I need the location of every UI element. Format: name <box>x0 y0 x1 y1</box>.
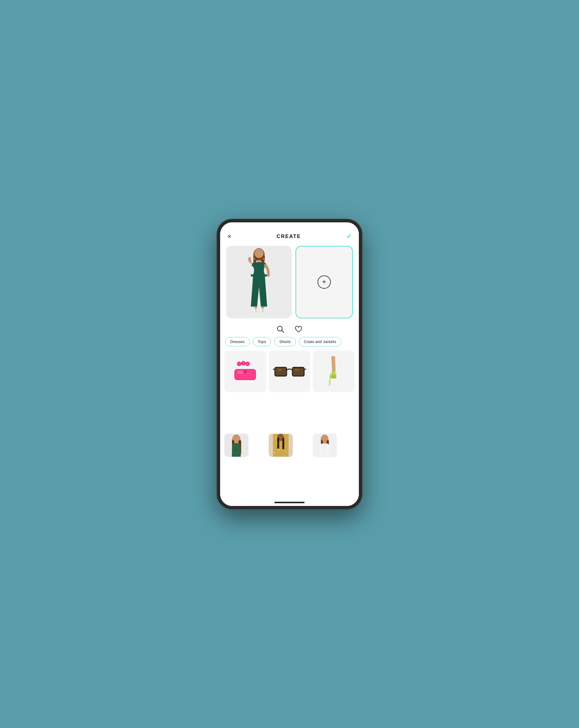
model-illustration <box>226 246 292 318</box>
header: × CREATE ✓ <box>220 228 359 243</box>
svg-point-33 <box>243 363 244 364</box>
svg-point-64 <box>285 450 286 452</box>
product-cell-outfit1[interactable] <box>224 433 248 458</box>
action-icons-row <box>220 322 359 337</box>
page-title: CREATE <box>277 234 301 239</box>
svg-point-19 <box>254 258 255 259</box>
svg-rect-17 <box>261 307 264 308</box>
svg-point-21 <box>277 326 282 331</box>
svg-point-25 <box>237 371 244 374</box>
filter-pill-tops[interactable]: Tops <box>253 337 271 346</box>
image-cards-row: + <box>220 243 359 322</box>
svg-point-32 <box>239 363 240 364</box>
svg-rect-68 <box>282 438 284 449</box>
plus-icon: + <box>322 278 326 285</box>
svg-rect-67 <box>277 438 279 449</box>
svg-point-41 <box>295 369 299 371</box>
product-cell-heel[interactable] <box>313 350 355 392</box>
svg-point-34 <box>247 363 248 364</box>
filter-pill-shorts[interactable]: Shorts <box>274 337 296 346</box>
home-indicator <box>220 499 359 506</box>
main-image-card <box>226 246 292 318</box>
outfit2-illustration <box>269 433 293 458</box>
green-heel-illustration <box>320 356 348 387</box>
svg-rect-39 <box>293 368 304 375</box>
product-cell-outfit3[interactable] <box>313 433 337 458</box>
status-bar <box>220 223 359 228</box>
svg-point-73 <box>322 435 328 442</box>
svg-line-22 <box>282 330 284 333</box>
favorites-icon[interactable] <box>294 325 303 333</box>
outfit3-illustration <box>313 433 337 458</box>
product-cell-clutch[interactable] <box>224 350 266 392</box>
sunglasses-illustration <box>273 361 306 382</box>
outfit1-illustration <box>224 433 248 458</box>
svg-point-58 <box>275 438 276 439</box>
search-icon[interactable] <box>276 325 285 333</box>
svg-rect-35 <box>244 370 247 373</box>
svg-point-55 <box>232 435 240 442</box>
svg-point-65 <box>274 452 275 453</box>
svg-point-63 <box>278 449 279 450</box>
clutch-bag-illustration <box>230 361 260 382</box>
product-cell-sunglasses[interactable] <box>269 350 311 392</box>
add-icon: + <box>318 276 331 289</box>
filter-pills: Dresses Tops Shorts Coats and Jackets <box>220 337 359 350</box>
svg-point-7 <box>250 266 254 275</box>
close-button[interactable]: × <box>227 233 231 240</box>
svg-point-5 <box>254 249 264 258</box>
home-bar <box>274 502 305 503</box>
model-image-container <box>226 246 292 318</box>
filter-pill-dresses[interactable]: Dresses <box>225 337 250 346</box>
svg-rect-15 <box>254 307 257 308</box>
svg-point-40 <box>277 369 282 371</box>
svg-rect-38 <box>275 368 286 375</box>
add-image-card[interactable]: + <box>296 246 353 318</box>
product-cell-outfit2[interactable] <box>269 433 293 458</box>
confirm-button[interactable]: ✓ <box>346 233 352 240</box>
phone-shell: × CREATE ✓ <box>217 219 362 509</box>
svg-point-20 <box>263 258 264 259</box>
svg-rect-9 <box>256 263 262 277</box>
app-content: × CREATE ✓ <box>220 228 359 506</box>
product-grid <box>220 350 359 499</box>
filter-pill-coats[interactable]: Coats and Jackets <box>299 337 341 346</box>
